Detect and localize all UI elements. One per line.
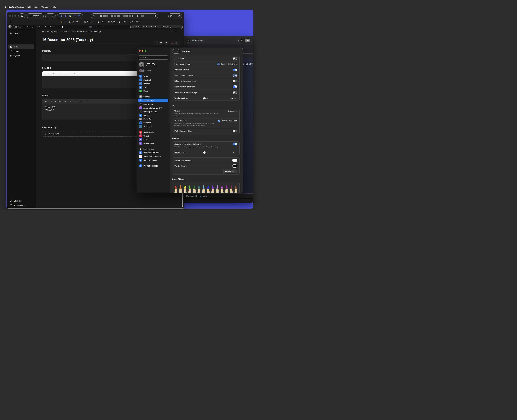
italic-button[interactable]: I [55,100,56,103]
reload-icon[interactable] [154,15,156,17]
settings-item-users-groups[interactable]: Users & Groups [138,158,168,162]
slider[interactable]: NormalLarge [203,151,237,154]
bookmark-+TW[interactable]: +TW [119,21,126,23]
new-tab-icon[interactable] [174,15,176,17]
settings-search-input[interactable]: Search [138,55,168,60]
radio-unselected[interactable] [228,63,231,65]
bookmark-home[interactable] [61,21,65,23]
settings-item-notifications[interactable]: Notifications [138,130,168,134]
toggle-off[interactable] [233,130,237,132]
code-button[interactable]: </> [59,100,61,102]
settings-item-touch-id-password[interactable]: Touch ID & Password [138,155,168,158]
menubar-item-view[interactable]: View [34,6,38,8]
back-icon[interactable] [174,50,176,53]
close-button[interactable] [9,15,11,17]
toggle-off[interactable] [233,80,237,82]
slider[interactable]: NormalMaximum [203,97,237,99]
settings-item-internet-accounts[interactable]: @Internet Accounts [138,164,168,168]
sidebar-item-users[interactable]: Users [8,49,34,53]
tab-overview-icon[interactable] [178,15,180,17]
toggle-dim[interactable] [233,74,237,77]
color-swatch[interactable] [232,165,237,168]
bookmark-UGREEN[interactable]: UGREEN [129,21,140,23]
sidebar-item-your-account[interactable]: Your account [8,203,34,208]
breadcrumb-item[interactable]: Jack Baty Daily [45,30,58,33]
grid-view-icon[interactable] [239,38,245,42]
speed-dial-grid-icon[interactable] [9,21,11,23]
settings-sidebar-scrollbar[interactable] [169,61,169,122]
profile-chip[interactable]: Personal [27,13,44,18]
radio-selected[interactable] [217,63,220,65]
forward-icon[interactable] [52,15,54,17]
toggle-on[interactable] [233,68,237,71]
list-view-icon[interactable] [245,38,250,42]
menubar-item-window[interactable]: Window [41,6,49,8]
settings-item-wallpaper[interactable]: Wallpaper [138,125,168,128]
settings-item-desktop-dock[interactable]: Desktop & Dock [138,110,168,113]
reset-colors-button[interactable]: Reset Colors [223,170,237,173]
slider-knob[interactable] [203,97,206,99]
share-icon[interactable] [170,15,172,17]
text-style-button[interactable]: TT [45,73,46,75]
italic-button[interactable]: I [49,72,50,75]
tab-1[interactable]: "System text editing shortcuts" in .91 -… [13,26,88,28]
settings-item-network[interactable]: Network [138,82,168,85]
bold-button[interactable]: B [51,100,52,102]
minimize-button[interactable] [12,15,13,17]
status-badge[interactable]: Draft [170,41,180,45]
minimize-button[interactable] [142,50,143,52]
tab-2[interactable]: mHome - social.lol [88,26,130,28]
code-button[interactable]: </> [53,73,55,75]
link-value[interactable]: Custom [228,110,237,112]
radio-unselected[interactable] [229,120,232,122]
tab-3[interactable]: 16 December 2025 (Tuesday) | Jack Baty D… [130,25,183,29]
toggle-off[interactable] [233,57,237,60]
open-external-button[interactable] [154,41,158,45]
breadcrumb-item[interactable]: 16 December 2025 (Tuesday) [77,30,101,33]
color-swatch[interactable] [232,159,237,162]
family-item[interactable]: Family [138,69,168,72]
settings-item-wi-fi[interactable]: Wi-Fi [138,74,168,78]
settings-item-apple-intelligence-siri[interactable]: Apple Intelligence & Siri [138,106,168,110]
prev-page-icon[interactable] [171,30,173,33]
bookmark-Read[interactable]: Read [84,21,94,23]
settings-item-menu-bar[interactable]: Menu Bar [138,117,168,121]
menubar-app-name[interactable]: System Settings [9,6,24,8]
address-bar[interactable] [91,13,158,18]
menubar-item-help[interactable]: Help [52,6,56,8]
sidebar-item-search[interactable]: Search [8,31,34,36]
bookmark-My Stuff[interactable]: My Stuff [69,21,81,23]
settings-item-accessibility[interactable]: Accessibility [138,99,168,102]
apple-logo-icon[interactable] [4,6,7,8]
settings-item-privacy-security[interactable]: Privacy & Security [138,151,168,155]
reader-view-icon[interactable] [93,15,95,17]
settings-item-displays[interactable]: Displays [138,113,168,117]
settings-item-screen-time[interactable]: Screen Time [138,142,168,145]
bookmark-+MD[interactable]: +MD [97,21,104,23]
breadcrumb-item[interactable]: 2025 [70,30,74,33]
settings-item-bluetooth[interactable]: Bluetooth [138,78,168,82]
radio-selected[interactable] [218,120,220,122]
radio-option-smart[interactable]: Smart [217,63,225,65]
settings-item-spotlight[interactable]: Spotlight [138,121,168,125]
sidebar-toggle-button[interactable] [18,13,25,18]
back-icon[interactable] [47,15,49,17]
sidebar-item-site[interactable]: Site [8,44,34,49]
toggle-off[interactable] [233,91,237,94]
menubar-item-edit[interactable]: Edit [27,6,31,8]
radio-option-classic[interactable]: Classic [228,63,237,65]
settings-gear-button[interactable] [165,41,168,45]
path-segment[interactable]: Macintosh HD [186,195,197,197]
sidebar-item-system[interactable]: System [8,53,34,58]
radio-option-default[interactable]: Default [218,120,227,122]
bookmark-+Org[interactable]: +Org [108,21,115,23]
toggle-on[interactable] [233,85,237,88]
finder-forward-button[interactable] [186,38,190,43]
zoom-button[interactable] [15,15,16,17]
toggle-on[interactable] [233,143,237,145]
settings-item-appearance[interactable]: Appearance [138,102,168,106]
text-style-button[interactable]: TT [45,100,47,102]
settings-item-lock-screen[interactable]: Lock Screen [138,147,168,151]
breadcrumb-item[interactable]: Archives [60,30,67,33]
settings-item-vpn[interactable]: VPN [138,85,168,89]
